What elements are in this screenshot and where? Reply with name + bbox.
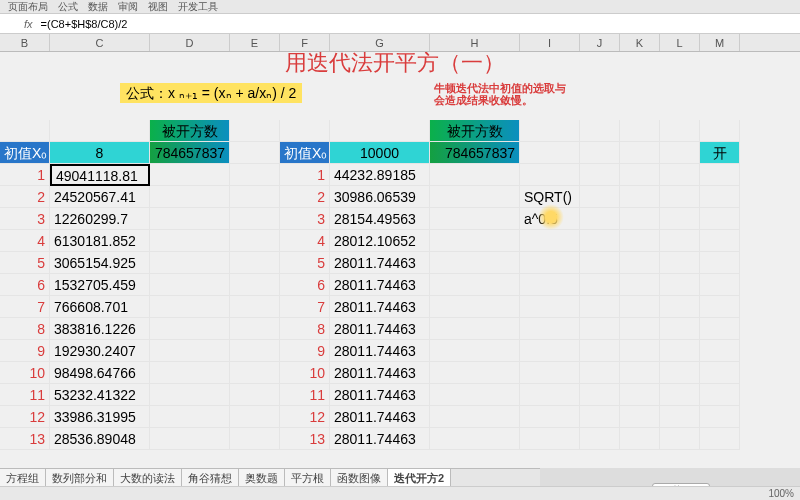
cell[interactable] <box>520 406 580 428</box>
menu-item[interactable]: 开发工具 <box>178 0 218 13</box>
cell[interactable] <box>580 274 620 296</box>
row-num[interactable]: 8 <box>0 318 50 340</box>
cell[interactable] <box>700 428 740 450</box>
cell[interactable] <box>230 142 280 164</box>
row-num[interactable]: 4 <box>0 230 50 252</box>
row-num[interactable]: 8 <box>280 318 330 340</box>
cell[interactable] <box>580 406 620 428</box>
cell[interactable] <box>150 274 230 296</box>
spreadsheet-grid[interactable]: BCDEFGHIJKLM 用迭代法开平方（一）公式：x ₙ₊₁ = (xₙ + … <box>0 34 800 450</box>
iter-value-left[interactable]: 24520567.41 <box>50 186 150 208</box>
iter-value-left[interactable]: 12260299.7 <box>50 208 150 230</box>
cell[interactable] <box>230 384 280 406</box>
row-num[interactable]: 11 <box>280 384 330 406</box>
iter-value-right[interactable]: 28011.74463 <box>330 384 430 406</box>
sheet-tab[interactable]: 角谷猜想 <box>182 469 239 486</box>
cell[interactable] <box>150 384 230 406</box>
cell[interactable] <box>660 428 700 450</box>
cell[interactable] <box>580 428 620 450</box>
cell[interactable] <box>230 120 280 142</box>
cell[interactable] <box>620 120 660 142</box>
cell[interactable] <box>660 164 700 186</box>
menu-bar[interactable]: 页面布局公式数据审阅视图开发工具 <box>0 0 800 14</box>
iter-value-left[interactable]: 33986.31995 <box>50 406 150 428</box>
iter-value-right[interactable]: 28011.74463 <box>330 296 430 318</box>
cell[interactable] <box>580 230 620 252</box>
zoom-level[interactable]: 100% <box>768 488 794 499</box>
init-label-right[interactable]: 初值X₀ <box>280 142 330 164</box>
cell[interactable] <box>660 340 700 362</box>
formula-bar[interactable]: fx =(C8+$H$8/C8)/2 <box>0 14 800 34</box>
col-header-B[interactable]: B <box>0 34 50 51</box>
cell[interactable] <box>520 274 580 296</box>
cell[interactable] <box>620 384 660 406</box>
col-header-G[interactable]: G <box>330 34 430 51</box>
sheet-tab[interactable]: 平方根 <box>285 469 331 486</box>
cell[interactable] <box>50 120 150 142</box>
cell[interactable] <box>430 230 520 252</box>
iter-value-left[interactable]: 49041118.81 <box>50 164 150 186</box>
cell[interactable] <box>620 362 660 384</box>
col-header-I[interactable]: I <box>520 34 580 51</box>
cell[interactable] <box>620 252 660 274</box>
cell[interactable] <box>580 340 620 362</box>
cell[interactable] <box>700 318 740 340</box>
cell[interactable] <box>660 274 700 296</box>
iter-value-right[interactable]: 30986.06539 <box>330 186 430 208</box>
cell[interactable] <box>580 186 620 208</box>
cell[interactable] <box>230 428 280 450</box>
sheet-tab[interactable]: 迭代开方2 <box>388 469 451 486</box>
cell[interactable] <box>230 340 280 362</box>
row-num[interactable]: 6 <box>0 274 50 296</box>
iter-value-left[interactable]: 1532705.459 <box>50 274 150 296</box>
row-num[interactable]: 9 <box>0 340 50 362</box>
cell[interactable] <box>430 340 520 362</box>
row-num[interactable]: 4 <box>280 230 330 252</box>
cell[interactable] <box>620 164 660 186</box>
cell[interactable] <box>580 208 620 230</box>
col-header-M[interactable]: M <box>700 34 740 51</box>
cell[interactable] <box>430 164 520 186</box>
menu-item[interactable]: 公式 <box>58 0 78 13</box>
cell[interactable] <box>700 186 740 208</box>
cell[interactable] <box>700 384 740 406</box>
iter-value-right[interactable]: 28011.74463 <box>330 274 430 296</box>
dividend-label-left[interactable]: 被开方数 <box>150 120 230 142</box>
cell[interactable] <box>700 230 740 252</box>
cell[interactable] <box>620 318 660 340</box>
cell[interactable] <box>660 296 700 318</box>
row-num[interactable]: 2 <box>0 186 50 208</box>
cell[interactable] <box>700 362 740 384</box>
sheet-tab[interactable]: 大数的读法 <box>114 469 182 486</box>
cell[interactable] <box>620 340 660 362</box>
menu-item[interactable]: 审阅 <box>118 0 138 13</box>
cell[interactable] <box>580 362 620 384</box>
cell[interactable] <box>700 120 740 142</box>
row-num[interactable]: 6 <box>280 274 330 296</box>
iter-value-right[interactable]: 28011.74463 <box>330 252 430 274</box>
iter-value-right[interactable]: 28011.74463 <box>330 428 430 450</box>
col-header-D[interactable]: D <box>150 34 230 51</box>
cell[interactable] <box>520 318 580 340</box>
cell[interactable] <box>230 296 280 318</box>
init-value-right[interactable]: 10000 <box>330 142 430 164</box>
sheet-tab[interactable]: 数列部分和 <box>46 469 114 486</box>
iter-value-right[interactable]: 28011.74463 <box>330 340 430 362</box>
cell[interactable] <box>660 362 700 384</box>
cell[interactable] <box>580 318 620 340</box>
cell[interactable] <box>700 340 740 362</box>
cell[interactable] <box>430 296 520 318</box>
cell[interactable] <box>230 252 280 274</box>
col-header-C[interactable]: C <box>50 34 150 51</box>
cell[interactable] <box>660 406 700 428</box>
cell[interactable] <box>150 252 230 274</box>
cell[interactable] <box>430 362 520 384</box>
cell[interactable] <box>580 120 620 142</box>
cell[interactable] <box>150 164 230 186</box>
row-num[interactable]: 11 <box>0 384 50 406</box>
cell[interactable] <box>520 340 580 362</box>
row-num[interactable]: 2 <box>280 186 330 208</box>
iter-value-left[interactable]: 192930.2407 <box>50 340 150 362</box>
cell[interactable] <box>620 142 660 164</box>
row-num[interactable]: 12 <box>0 406 50 428</box>
